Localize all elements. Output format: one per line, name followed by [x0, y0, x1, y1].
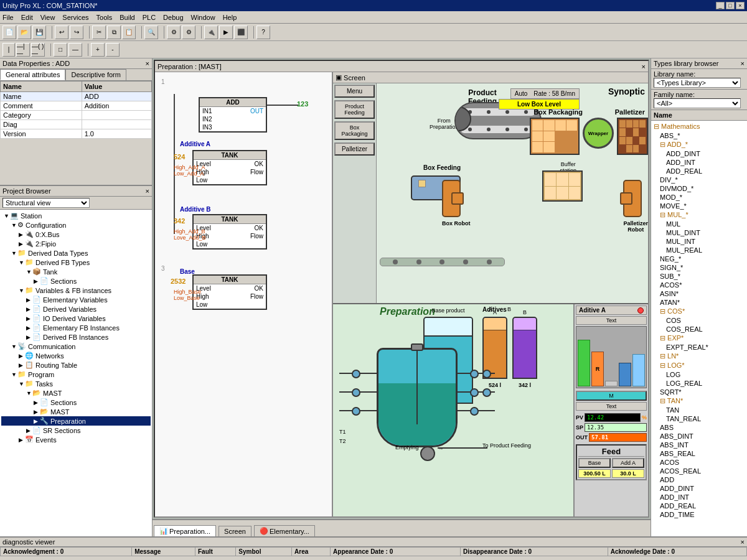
- tab-descriptive-form[interactable]: Descriptive form: [65, 69, 126, 80]
- zoom-in[interactable]: +: [91, 43, 105, 57]
- close-pb-button[interactable]: ×: [146, 187, 149, 195]
- lib-item-add-time[interactable]: ADD_TIME: [652, 510, 746, 519]
- save-button[interactable]: 💾: [32, 26, 46, 39]
- diag-col-acknowledge-date---0[interactable]: Acknowledge Date : 0: [608, 548, 746, 556]
- lib-item-add-real[interactable]: ADD_REAL: [652, 167, 746, 175]
- ladder-btn[interactable]: |: [2, 43, 15, 57]
- tree-item-station[interactable]: ▼💻Station: [1, 211, 151, 220]
- tree-item-derived-fb-types[interactable]: ▼📁Derived FB Types: [1, 258, 151, 267]
- copy-button[interactable]: ⧉: [107, 26, 121, 39]
- plc-stop[interactable]: ⬛: [234, 26, 248, 39]
- view-select[interactable]: Structural view: [2, 198, 90, 208]
- lib-item-mul-int[interactable]: MUL_INT: [652, 237, 746, 246]
- tab-preparation[interactable]: 📊 Preparation...: [154, 525, 216, 536]
- menu-debug[interactable]: Debug: [163, 14, 183, 21]
- lib-item-div--[interactable]: DIV_*: [652, 175, 746, 184]
- diag-col-acknowledgment---0[interactable]: Acknowledgment : 0: [1, 548, 132, 556]
- diag-col-disappearance-date---0[interactable]: Disappearance Date : 0: [461, 548, 608, 556]
- menu-view[interactable]: View: [40, 14, 55, 21]
- tab-screen[interactable]: Screen: [218, 526, 251, 536]
- tree-item-sr-sections[interactable]: ▶📄SR Sections: [1, 426, 151, 435]
- zoom-out[interactable]: -: [106, 43, 120, 57]
- minimize-button[interactable]: _: [716, 2, 725, 9]
- diag-col-fault[interactable]: Fault: [195, 548, 235, 556]
- tree-item-routing-table[interactable]: ▶📋Routing Table: [1, 360, 151, 370]
- base-feed-button[interactable]: Base: [578, 458, 611, 468]
- diag-col-symbol[interactable]: Symbol: [236, 548, 292, 556]
- library-name-select[interactable]: <Types Library>: [654, 78, 741, 88]
- menu-plc[interactable]: PLC: [143, 14, 156, 21]
- tree-item-configuration[interactable]: ▼⚙Configuration: [1, 220, 151, 230]
- lib-item-cos[interactable]: COS: [652, 316, 746, 325]
- lib-item-log[interactable]: LOG: [652, 370, 746, 379]
- help-button[interactable]: ?: [256, 26, 270, 39]
- product-feeding-button[interactable]: Product Feeding: [334, 100, 375, 119]
- close-prep-button[interactable]: ×: [642, 63, 646, 70]
- lib-item-divmod--[interactable]: DIVMOD_*: [652, 184, 746, 193]
- lib-item-move--[interactable]: MOVE_*: [652, 202, 746, 210]
- menu-file[interactable]: File: [2, 14, 14, 21]
- menu-edit[interactable]: Edit: [21, 14, 33, 21]
- box-packaging-button[interactable]: Box Packaging: [334, 121, 375, 140]
- lib-item-abs--[interactable]: ABS_*: [652, 131, 746, 140]
- menu-window[interactable]: Window: [191, 14, 215, 21]
- block-btn[interactable]: □: [54, 43, 67, 57]
- plc-run[interactable]: ▶: [219, 26, 233, 39]
- maximize-button[interactable]: □: [726, 2, 735, 9]
- tree-item-0-x.bus[interactable]: ▶🔌0:X.Bus: [1, 230, 151, 239]
- lib-item-acos-[interactable]: ACOS*: [652, 281, 746, 289]
- lib-item-mod--[interactable]: MOD_*: [652, 193, 746, 202]
- lib-item-abs-int[interactable]: ABS_INT: [652, 441, 746, 449]
- tree-item-sections[interactable]: ▶📄Sections: [1, 398, 151, 407]
- lib-item-add-dint[interactable]: ADD_DINT: [652, 484, 746, 493]
- lib-item-log-[interactable]: ⊟ LOG*: [652, 361, 746, 370]
- menu-services[interactable]: Services: [62, 14, 88, 21]
- diag-col-area[interactable]: Area: [292, 548, 331, 556]
- lib-item-acos[interactable]: ACOS: [652, 458, 746, 467]
- tree-item-sections[interactable]: ▶📄Sections: [1, 276, 151, 286]
- m-button[interactable]: M: [576, 391, 647, 401]
- window-controls[interactable]: _ □ ×: [716, 2, 745, 9]
- lib-item-tan[interactable]: TAN: [652, 406, 746, 414]
- open-button[interactable]: 📂: [17, 26, 31, 39]
- lib-item-log-real[interactable]: LOG_REAL: [652, 379, 746, 388]
- lib-item-add-real[interactable]: ADD_REAL: [652, 502, 746, 510]
- lib-item-add-int[interactable]: ADD_INT: [652, 158, 746, 167]
- lib-item-mul--[interactable]: ⊟ MUL_*: [652, 210, 746, 220]
- tree-item-tasks[interactable]: ▼📁Tasks: [1, 379, 151, 388]
- lib-item-abs-dint[interactable]: ABS_DINT: [652, 432, 746, 441]
- lib-item-add--[interactable]: ⊟ ADD_*: [652, 140, 746, 149]
- lib-item-add-dint[interactable]: ADD_DINT: [652, 149, 746, 158]
- add-a-feed-button[interactable]: Add A: [612, 458, 644, 468]
- menu-tools[interactable]: Tools: [96, 14, 113, 21]
- tree-item-mast[interactable]: ▶📂MAST: [1, 407, 151, 416]
- tree-item-elementary-variables[interactable]: ▶📄Elementary Variables: [1, 295, 151, 304]
- tree-item-io-derived-variables[interactable]: ▶📄IO Derived Variables: [1, 314, 151, 323]
- build-button[interactable]: ⚙: [167, 26, 181, 39]
- lib-item-expt-real-[interactable]: EXPT_REAL*: [652, 343, 746, 352]
- lib-item-add-int[interactable]: ADD_INT: [652, 493, 746, 502]
- lib-item-tan-[interactable]: ⊟ TAN*: [652, 396, 746, 406]
- tree-item-preparation[interactable]: ▶🔧Preparation: [1, 416, 151, 426]
- tab-general-attributes[interactable]: General attributes: [0, 69, 65, 80]
- tree-item-tank[interactable]: ▼📦Tank: [1, 267, 151, 276]
- palletizer-button[interactable]: Palletizer: [334, 142, 375, 156]
- link-btn[interactable]: —: [68, 43, 82, 57]
- tree-item-networks[interactable]: ▶🌐Networks: [1, 351, 151, 360]
- tree-item-elementary-fb-instances[interactable]: ▶📄Elementary FB Instances: [1, 323, 151, 332]
- menu-hmi-button[interactable]: Menu: [334, 85, 375, 98]
- tree-item-events[interactable]: ▶📅Events: [1, 435, 151, 444]
- new-button[interactable]: 📄: [2, 26, 16, 39]
- lib-item-sub--[interactable]: SUB_*: [652, 272, 746, 281]
- tree-item-derived-fb-instances[interactable]: ▶📄Derived FB Instances: [1, 332, 151, 342]
- tree-item-derived-data-types[interactable]: ▼📁Derived Data Types: [1, 248, 151, 258]
- tree-item-program[interactable]: ▼📁Program: [1, 370, 151, 379]
- lib-item-tan-real[interactable]: TAN_REAL: [652, 414, 746, 423]
- paste-button[interactable]: 📋: [122, 26, 136, 39]
- tree-item-derived-variables[interactable]: ▶📄Derived Variables: [1, 304, 151, 314]
- lib-item-cos-real[interactable]: COS_REAL: [652, 325, 746, 334]
- close-types-button[interactable]: ×: [741, 60, 745, 67]
- lib-item-cos-[interactable]: ⊟ COS*: [652, 307, 746, 316]
- lib-item-sqrt-[interactable]: SQRT*: [652, 388, 746, 396]
- family-name-select[interactable]: <All>: [654, 98, 741, 108]
